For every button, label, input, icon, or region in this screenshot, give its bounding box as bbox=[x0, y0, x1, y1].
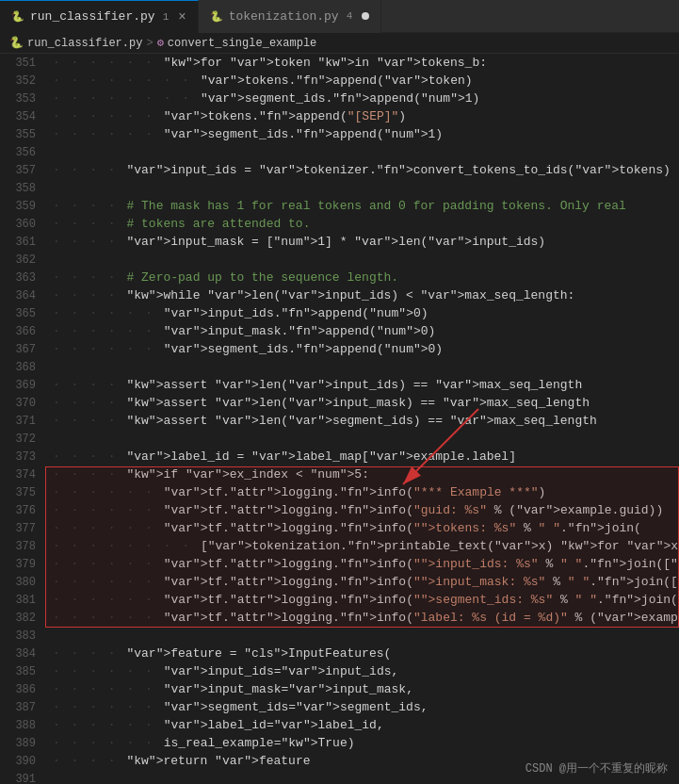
line-number: 390 bbox=[0, 753, 45, 771]
code-line: · · · · · · · · "var">tokens."fn">append… bbox=[53, 72, 679, 90]
line-number: 386 bbox=[0, 681, 45, 699]
line-number: 385 bbox=[0, 663, 45, 681]
line-number: 369 bbox=[0, 377, 45, 395]
code-line bbox=[53, 358, 679, 376]
breadcrumb-icon2: ⚙ bbox=[157, 36, 164, 50]
line-number: 388 bbox=[0, 717, 45, 735]
breadcrumb: 🐍 run_classifier.py > ⚙ convert_single_e… bbox=[0, 33, 679, 54]
code-line: · · · · · · "var">input_ids."fn">append(… bbox=[53, 304, 679, 322]
breadcrumb-file[interactable]: run_classifier.py bbox=[27, 37, 142, 50]
code-line bbox=[53, 251, 679, 269]
line-number: 366 bbox=[0, 323, 45, 341]
tab-modified-indicator bbox=[362, 12, 369, 20]
tab-label-tokenization: tokenization.py bbox=[229, 9, 339, 24]
code-line: · · · · · · "var">tokens."fn">append("[S… bbox=[53, 107, 679, 125]
code-line: · · · · "kw">assert "var">len("var">segm… bbox=[53, 412, 679, 430]
breadcrumb-sep1: > bbox=[146, 37, 153, 50]
tab-close-run-classifier[interactable]: × bbox=[178, 9, 186, 24]
editor-container: 🐍 run_classifier.py 1 × 🐍 tokenization.p… bbox=[0, 0, 679, 784]
line-numbers: 3513523533543553563573583593603613623633… bbox=[0, 54, 45, 784]
line-number: 376 bbox=[0, 502, 45, 520]
line-number: 377 bbox=[0, 520, 45, 538]
code-line: · · · · · · "var">tf."attr">logging."fn"… bbox=[53, 573, 679, 591]
line-number: 354 bbox=[0, 108, 45, 126]
code-line: · · · · · · "kw">for "var">token "kw">in… bbox=[53, 54, 679, 72]
line-number: 382 bbox=[0, 610, 45, 628]
line-number: 391 bbox=[0, 771, 45, 784]
code-line: · · · · "kw">assert "var">len("var">inpu… bbox=[53, 394, 679, 412]
code-line: · · · · # Zero-pad up to the sequence le… bbox=[53, 269, 679, 286]
watermark: CSDN @用一个不重复的昵称 bbox=[525, 760, 668, 776]
code-line: · · · · · · · · ["var">tokenization."fn"… bbox=[53, 537, 679, 555]
code-line: · · · · "var">input_mask = ["num">1] * "… bbox=[53, 233, 679, 251]
code-line: · · · · "var">input_ids = "var">tokenize… bbox=[53, 161, 679, 179]
line-number: 384 bbox=[0, 645, 45, 663]
tab-badge-2: 4 bbox=[347, 10, 353, 22]
breadcrumb-symbol[interactable]: convert_single_example bbox=[168, 37, 316, 50]
code-line: · · · · # The mask has 1 for real tokens… bbox=[53, 197, 679, 215]
code-content[interactable]: · · · · · · "kw">for "var">token "kw">in… bbox=[45, 54, 679, 784]
code-line bbox=[53, 143, 679, 161]
line-number: 383 bbox=[0, 628, 45, 645]
line-number: 367 bbox=[0, 341, 45, 359]
code-line: · · · · · · "var">tf."attr">logging."fn"… bbox=[53, 591, 679, 609]
line-number: 353 bbox=[0, 90, 45, 108]
code-line: · · · · · · "var">segment_ids="var">segm… bbox=[53, 698, 679, 716]
code-line bbox=[53, 627, 679, 645]
line-number: 379 bbox=[0, 556, 45, 574]
line-number: 389 bbox=[0, 735, 45, 753]
line-number: 380 bbox=[0, 574, 45, 592]
line-number: 364 bbox=[0, 287, 45, 305]
code-line: · · · · "var">feature = "cls">InputFeatu… bbox=[53, 645, 679, 662]
code-line: · · · · · · "var">tf."attr">logging."fn"… bbox=[53, 483, 679, 501]
code-line: · · · · · · "var">input_ids="var">input_… bbox=[53, 662, 679, 680]
code-line: · · · · · · "var">tf."attr">logging."fn"… bbox=[53, 501, 679, 519]
line-number: 358 bbox=[0, 180, 45, 198]
code-line: · · · · · · "var">tf."attr">logging."fn"… bbox=[53, 519, 679, 537]
line-number: 374 bbox=[0, 466, 45, 484]
line-number: 375 bbox=[0, 484, 45, 502]
line-number: 355 bbox=[0, 126, 45, 144]
tab-run-classifier[interactable]: 🐍 run_classifier.py 1 × bbox=[0, 0, 199, 33]
line-number: 372 bbox=[0, 431, 45, 449]
code-line: · · · · · · "var">tf."attr">logging."fn"… bbox=[53, 555, 679, 573]
line-number: 352 bbox=[0, 73, 45, 90]
line-number: 359 bbox=[0, 198, 45, 216]
code-line: · · · · · · "var">segment_ids."fn">appen… bbox=[53, 340, 679, 358]
line-number: 370 bbox=[0, 395, 45, 413]
line-number: 378 bbox=[0, 538, 45, 556]
line-number: 363 bbox=[0, 270, 45, 287]
python-icon-2: 🐍 bbox=[210, 10, 223, 23]
line-number: 360 bbox=[0, 216, 45, 234]
code-line: · · · · · · "var">input_mask="var">input… bbox=[53, 680, 679, 698]
code-area: 3513523533543553563573583593603613623633… bbox=[0, 54, 679, 784]
line-number: 362 bbox=[0, 252, 45, 270]
line-number: 387 bbox=[0, 699, 45, 717]
line-number: 357 bbox=[0, 162, 45, 180]
code-line bbox=[53, 430, 679, 448]
tab-badge-1: 1 bbox=[163, 11, 170, 23]
python-icon: 🐍 bbox=[11, 10, 24, 23]
line-number: 365 bbox=[0, 305, 45, 323]
code-line: · · · · · · · · "var">segment_ids."fn">a… bbox=[53, 90, 679, 107]
line-number: 356 bbox=[0, 144, 45, 162]
code-line: · · · · "kw">assert "var">len("var">inpu… bbox=[53, 376, 679, 394]
code-line: · · · · · · "var">label_id="var">label_i… bbox=[53, 716, 679, 734]
tab-label-run-classifier: run_classifier.py bbox=[30, 9, 155, 24]
code-line: · · · · "var">label_id = "var">label_map… bbox=[53, 448, 679, 466]
tab-bar: 🐍 run_classifier.py 1 × 🐍 tokenization.p… bbox=[0, 0, 679, 33]
code-line bbox=[53, 179, 679, 197]
line-number: 368 bbox=[0, 359, 45, 377]
tab-tokenization[interactable]: 🐍 tokenization.py 4 bbox=[199, 0, 382, 33]
line-number: 381 bbox=[0, 592, 45, 610]
code-line: · · · · · · "var">tf."attr">logging."fn"… bbox=[53, 609, 679, 627]
code-line: · · · · "kw">while "var">len("var">input… bbox=[53, 286, 679, 304]
code-line: · · · · # tokens are attended to. bbox=[53, 215, 679, 233]
line-number: 371 bbox=[0, 413, 45, 431]
code-line: · · · · · · "var">input_mask."fn">append… bbox=[53, 322, 679, 340]
code-line: · · · · · · is_real_example="kw">True) bbox=[53, 734, 679, 752]
code-line: · · · · · · "var">segment_ids."fn">appen… bbox=[53, 125, 679, 143]
line-number: 351 bbox=[0, 55, 45, 73]
code-line: · · · · "kw">if "var">ex_index < "num">5… bbox=[53, 466, 679, 483]
breadcrumb-icon: 🐍 bbox=[9, 36, 24, 50]
